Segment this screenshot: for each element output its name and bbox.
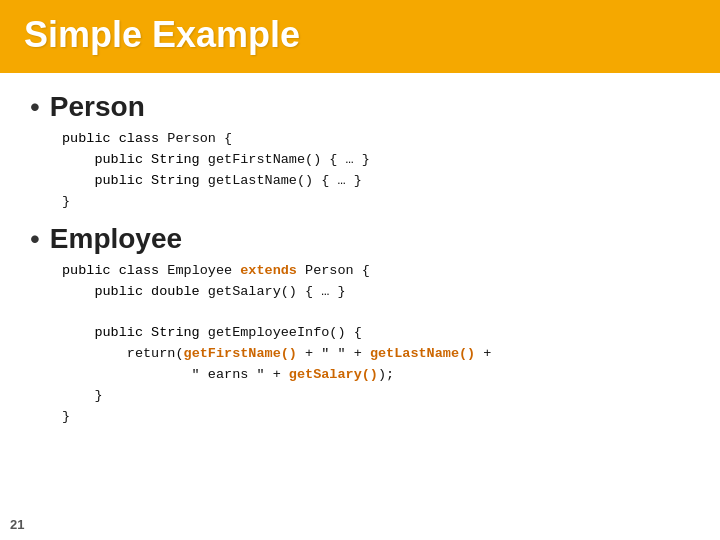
person-heading-row: • Person (30, 91, 690, 123)
person-code: public class Person { public String getF… (62, 129, 690, 213)
slide-title: Simple Example (24, 14, 300, 55)
code-line: public String getEmployeeInfo() { (62, 323, 690, 344)
slide-header: Simple Example (0, 0, 720, 70)
person-heading: Person (50, 91, 145, 123)
employee-heading-row: • Employee (30, 223, 690, 255)
code-line: public class Employee extends Person { (62, 261, 690, 282)
slide-number: 21 (10, 517, 24, 532)
slide: Simple Example • Person public class Per… (0, 0, 720, 540)
code-line: } (62, 407, 690, 428)
slide-content: • Person public class Person { public St… (0, 73, 720, 540)
employee-section: • Employee public class Employee extends… (30, 223, 690, 428)
code-line: public class Person { (62, 129, 690, 150)
code-line: return(getFirstName() + " " + getLastNam… (62, 344, 690, 365)
code-line: public double getSalary() { … } (62, 282, 690, 303)
code-line: public String getLastName() { … } (62, 171, 690, 192)
person-bullet: • (30, 93, 40, 121)
code-line-blank (62, 303, 690, 324)
employee-bullet: • (30, 225, 40, 253)
employee-code: public class Employee extends Person { p… (62, 261, 690, 428)
code-line: } (62, 192, 690, 213)
person-section: • Person public class Person { public St… (30, 91, 690, 213)
code-line: " earns " + getSalary()); (62, 365, 690, 386)
code-line: public String getFirstName() { … } (62, 150, 690, 171)
employee-heading: Employee (50, 223, 182, 255)
code-line: } (62, 386, 690, 407)
